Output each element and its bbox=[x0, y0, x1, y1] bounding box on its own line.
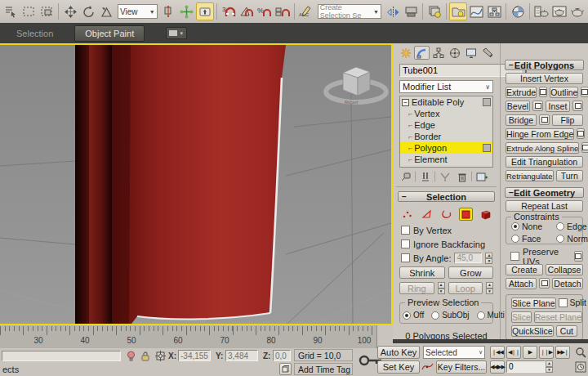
ignore-backfacing-checkbox[interactable] bbox=[401, 239, 410, 248]
slice-plane-button[interactable]: Slice Plane bbox=[511, 298, 556, 309]
time-tag-icon[interactable] bbox=[279, 363, 292, 375]
mirror-icon[interactable] bbox=[384, 2, 402, 20]
angle-value-field[interactable] bbox=[454, 253, 482, 263]
bevel-button[interactable]: Bevel bbox=[506, 101, 530, 112]
ring-spinner[interactable]: ▲▼ bbox=[438, 282, 445, 294]
stack-row-editable-poly[interactable]: − Editable Poly bbox=[400, 96, 492, 108]
grow-button[interactable]: Grow bbox=[448, 266, 494, 279]
rollout-selection[interactable]: − Selection bbox=[398, 191, 495, 202]
render-setup-icon[interactable] bbox=[532, 2, 550, 20]
repeat-last-button[interactable]: Repeat Last bbox=[506, 200, 583, 212]
constraint-normal-radio[interactable] bbox=[556, 235, 564, 243]
key-mode-toggle-button[interactable]: ◀◀▶▶ bbox=[490, 360, 505, 374]
selection-lock-icon[interactable] bbox=[139, 350, 152, 362]
curve-editor-icon[interactable] bbox=[467, 2, 485, 20]
shrink-button[interactable]: Shrink bbox=[399, 266, 445, 279]
edit-named-sets-icon[interactable]: ABC bbox=[297, 2, 315, 20]
configure-modifier-sets-icon[interactable] bbox=[474, 171, 489, 183]
layers-icon[interactable] bbox=[425, 2, 443, 20]
modifier-list-dropdown[interactable]: Modifier List ∨ bbox=[399, 80, 493, 93]
attach-button[interactable]: Attach bbox=[506, 278, 537, 289]
quickslice-button[interactable]: QuickSlice bbox=[511, 325, 554, 337]
detach-button[interactable]: Detach bbox=[552, 278, 583, 289]
percent-snap-icon[interactable]: % bbox=[256, 2, 274, 20]
select-and-manipulate-icon[interactable] bbox=[178, 2, 196, 20]
add-time-tag[interactable]: Add Time Tag bbox=[294, 363, 353, 375]
set-key-button[interactable]: Set Key bbox=[377, 360, 420, 374]
snaps-3d-icon[interactable]: 3 bbox=[220, 2, 238, 20]
edit-triangulation-button[interactable]: Edit Triangulation bbox=[506, 156, 583, 168]
next-frame-button[interactable]: ❘❘▶ bbox=[539, 346, 554, 359]
hinge-from-edge-button[interactable]: Hinge From Edge bbox=[506, 128, 574, 140]
outline-settings-icon[interactable] bbox=[581, 87, 588, 97]
ribbon-toggle-icon[interactable] bbox=[449, 2, 467, 20]
select-and-rotate-icon[interactable] bbox=[79, 2, 97, 20]
go-to-end-button[interactable]: ▶▶❘ bbox=[555, 346, 570, 359]
key-filters-button[interactable]: Key Filters... bbox=[436, 360, 487, 374]
play-button[interactable]: ▶ bbox=[523, 346, 537, 359]
by-vertex-checkbox[interactable] bbox=[401, 226, 410, 235]
constraint-edge-radio[interactable] bbox=[556, 222, 564, 231]
rendered-frame-icon[interactable] bbox=[550, 2, 568, 20]
select-and-move-icon[interactable] bbox=[61, 2, 79, 20]
insert-vertex-button[interactable]: Insert Vertex bbox=[506, 73, 583, 84]
frame-spinner[interactable]: ▲▼ bbox=[546, 360, 553, 373]
stack-item-toggle[interactable] bbox=[483, 98, 491, 106]
preserve-uvs-checkbox[interactable] bbox=[510, 252, 519, 261]
create-button[interactable]: Create bbox=[506, 264, 543, 275]
spinner-snap-icon[interactable] bbox=[274, 2, 292, 20]
rollout-edit-geometry[interactable]: − Edit Geometry bbox=[505, 187, 584, 198]
stack-row-polygon[interactable]: ⌐Polygon bbox=[400, 142, 492, 154]
extrude-along-spline-button[interactable]: Extrude Along Spline bbox=[506, 142, 579, 154]
named-selection-set-dropdown[interactable]: Create Selection Se▼ bbox=[318, 4, 381, 19]
current-frame-field[interactable] bbox=[506, 360, 546, 373]
collapse-toggle-icon[interactable]: − bbox=[402, 99, 409, 106]
ribbon-display-toggle[interactable]: ▼ bbox=[166, 27, 187, 39]
stack-row-element[interactable]: ⌐Element bbox=[400, 154, 492, 165]
cut-button[interactable]: Cut bbox=[556, 325, 577, 337]
material-editor-icon[interactable] bbox=[509, 2, 527, 20]
show-end-result-icon[interactable] bbox=[417, 171, 433, 183]
z-coordinate-field[interactable] bbox=[273, 350, 291, 361]
preview-off-radio[interactable] bbox=[403, 311, 411, 320]
tab-modify-icon[interactable] bbox=[414, 46, 430, 60]
edge-subobject-icon[interactable] bbox=[420, 208, 434, 221]
x-coordinate-field[interactable] bbox=[178, 350, 211, 361]
turn-button[interactable]: Turn bbox=[556, 170, 583, 181]
select-by-name-icon[interactable] bbox=[2, 2, 20, 20]
rollout-edit-polygons[interactable]: − Edit Polygons bbox=[505, 60, 584, 70]
constraint-none-radio[interactable] bbox=[511, 222, 519, 231]
time-configuration-icon[interactable] bbox=[573, 360, 587, 374]
stack-row-vertex[interactable]: ⌐Vertex bbox=[400, 108, 492, 119]
ring-button[interactable]: Ring bbox=[399, 282, 434, 294]
remove-modifier-icon[interactable] bbox=[454, 171, 470, 183]
tab-object-paint[interactable]: Object Paint bbox=[74, 25, 145, 42]
schematic-view-icon[interactable] bbox=[485, 2, 503, 20]
auto-key-button[interactable]: Auto Key bbox=[377, 346, 420, 359]
polygon-subobject-icon[interactable] bbox=[459, 208, 473, 221]
stack-item-toggle[interactable] bbox=[483, 144, 491, 152]
prompt-assist-bulb-icon[interactable] bbox=[124, 350, 137, 362]
previous-frame-button[interactable]: ◀❘❘ bbox=[506, 346, 521, 359]
collapse-button[interactable]: Collapse bbox=[546, 264, 583, 275]
key-selection-filter-dropdown[interactable]: Selected∨ bbox=[423, 346, 485, 359]
inset-settings-icon[interactable] bbox=[572, 101, 583, 111]
preview-multi-radio[interactable] bbox=[477, 311, 485, 320]
select-and-scale-icon[interactable] bbox=[97, 2, 115, 20]
preserve-uvs-settings-icon[interactable] bbox=[574, 251, 583, 262]
stack-row-border[interactable]: ⌐Border bbox=[400, 131, 492, 142]
extrude-spline-settings-icon[interactable] bbox=[581, 142, 588, 153]
render-production-icon[interactable] bbox=[568, 2, 586, 20]
loop-button[interactable]: Loop bbox=[448, 282, 483, 294]
use-pivot-center-icon[interactable] bbox=[160, 2, 178, 20]
tab-display-icon[interactable] bbox=[463, 46, 479, 60]
border-subobject-icon[interactable] bbox=[439, 208, 453, 221]
outline-button[interactable]: Outline bbox=[550, 87, 578, 98]
perspective-viewport[interactable]: RIGHT bbox=[0, 43, 393, 325]
tab-utilities-icon[interactable] bbox=[479, 46, 495, 60]
bridge-settings-icon[interactable] bbox=[539, 114, 550, 125]
preview-subobj-radio[interactable] bbox=[431, 311, 439, 320]
default-in-out-tangent-icon[interactable] bbox=[421, 360, 434, 374]
hinge-settings-icon[interactable] bbox=[577, 128, 585, 139]
tab-create-icon[interactable] bbox=[398, 46, 413, 60]
